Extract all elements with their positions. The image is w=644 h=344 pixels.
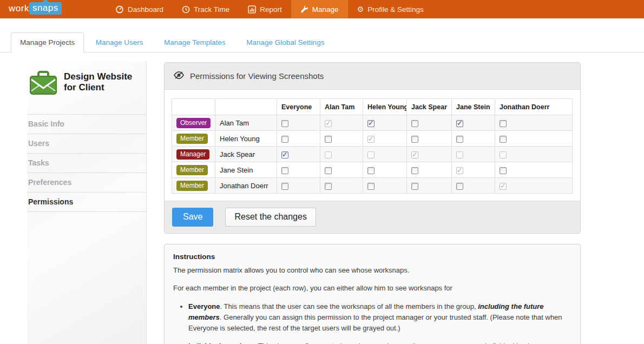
top-navbar: work snaps Dashboard Track Time Report (0, 0, 644, 18)
permission-matrix: Everyone Alan Tam Helen Young Jack Spear… (172, 98, 573, 194)
briefcase-icon (29, 70, 57, 107)
nav-item-label: Report (260, 5, 282, 14)
permission-checkbox[interactable] (500, 120, 507, 127)
permission-checkbox[interactable] (456, 183, 463, 190)
nav-item-profile-settings[interactable]: ⚙ Profile & Settings (348, 0, 433, 18)
permission-checkbox[interactable] (456, 120, 463, 127)
instructions-title: Instructions (173, 252, 571, 263)
permission-checkbox[interactable] (367, 167, 374, 174)
matrix-header-user: Jonathan Doerr (495, 99, 573, 115)
permission-checkbox (367, 136, 374, 143)
nav-item-label: Dashboard (128, 5, 163, 14)
permission-checkbox[interactable] (411, 136, 418, 143)
reset-changes-button[interactable]: Reset the changes (225, 208, 316, 227)
matrix-row: Manager Jack Spear (172, 147, 573, 162)
permission-checkbox (500, 183, 507, 190)
permission-checkbox[interactable] (281, 167, 288, 174)
logo-text-snaps-label: snaps (32, 3, 58, 13)
permission-checkbox[interactable] (500, 136, 507, 143)
member-name: Jonathan Doerr (215, 178, 277, 194)
instructions-bullet-everyone: Everyone. This means that the user can s… (188, 301, 571, 333)
matrix-row: Member Jane Stein (172, 162, 573, 178)
instructions-panel: Instructions The permission matrix allow… (164, 244, 581, 344)
matrix-header-user: Jane Stein (452, 99, 495, 115)
permission-checkbox (500, 151, 507, 158)
permission-checkbox[interactable] (367, 120, 374, 127)
role-badge: Member (176, 181, 208, 191)
sidebar-item-basic-info[interactable]: Basic Info (27, 115, 146, 134)
role-badge: Member (176, 165, 208, 175)
bullet-text: . This gives you finer control on whose … (254, 342, 535, 344)
panel-title: Permissions for Viewing Screenshots (190, 71, 324, 81)
permission-checkbox[interactable] (411, 167, 418, 174)
instructions-list: Everyone. This means that the user can s… (188, 301, 571, 344)
matrix-header-empty (172, 99, 215, 115)
project-sidebar: Design Website for Client Basic Info Use… (27, 61, 147, 344)
permission-checkbox (325, 120, 332, 127)
permission-checkbox[interactable] (325, 167, 332, 174)
permission-checkbox[interactable] (367, 183, 374, 190)
project-header: Design Website for Client (27, 61, 146, 115)
bullet-text: . This means that the user can see the w… (220, 302, 478, 310)
permissions-panel: Permissions for Viewing Screenshots Ever… (164, 62, 581, 234)
matrix-row: Member Jonathan Doerr (172, 178, 573, 194)
instructions-bullet-individual-members: Individual members. This gives you finer… (188, 341, 571, 344)
nav-item-dashboard[interactable]: Dashboard (106, 0, 173, 18)
nav-item-label: Track Time (194, 5, 229, 14)
logo-text-snaps: snaps (29, 2, 62, 15)
nav-item-track-time[interactable]: Track Time (173, 0, 239, 18)
permission-checkbox[interactable] (500, 167, 507, 174)
instructions-paragraph-2: For each member in the project (each row… (173, 283, 571, 294)
panel-header: Permissions for Viewing Screenshots (165, 63, 580, 90)
matrix-header-user: Alan Tam (320, 99, 363, 115)
nav-item-report[interactable]: Report (239, 0, 291, 18)
member-name: Jane Stein (215, 162, 277, 178)
sidebar-item-tasks[interactable]: Tasks (27, 154, 146, 173)
project-title: Design Website for Client (64, 70, 144, 107)
permission-checkbox (456, 167, 463, 174)
dashboard-icon (115, 5, 124, 14)
permission-checkbox[interactable] (411, 120, 418, 127)
matrix-header-everyone: Everyone (277, 99, 320, 115)
permission-checkbox[interactable] (281, 120, 288, 127)
permission-checkbox (456, 151, 463, 158)
tab-manage-global-settings[interactable]: Manage Global Settings (237, 32, 333, 53)
wrench-icon (300, 5, 308, 14)
tab-manage-projects[interactable]: Manage Projects (11, 32, 84, 53)
permission-checkbox (411, 151, 418, 158)
permission-checkbox[interactable] (281, 136, 288, 143)
sidebar-item-permissions[interactable]: Permissions (27, 193, 146, 212)
bullet-term: Everyone (188, 302, 220, 310)
logo-text-work: work (9, 3, 29, 14)
sidebar-item-users[interactable]: Users (27, 134, 146, 154)
permission-checkbox[interactable] (281, 183, 288, 190)
nav-item-label: Profile & Settings (367, 5, 424, 14)
report-chart-icon (248, 5, 256, 14)
permission-checkbox[interactable] (281, 151, 288, 158)
matrix-row: Observer Alan Tam (172, 115, 573, 131)
permission-checkbox[interactable] (411, 183, 418, 190)
role-badge: Observer (176, 118, 211, 128)
tab-manage-templates[interactable]: Manage Templates (155, 32, 235, 53)
save-button[interactable]: Save (172, 208, 213, 227)
panel-footer: Save Reset the changes (165, 201, 580, 233)
sidebar-item-preferences[interactable]: Preferences (27, 173, 146, 193)
worksnaps-logo[interactable]: work snaps (9, 2, 62, 15)
permission-checkbox[interactable] (456, 136, 463, 143)
permission-checkbox[interactable] (325, 183, 332, 190)
permission-checkbox (367, 151, 374, 158)
matrix-header-user: Helen Young (363, 99, 407, 115)
nav-item-manage[interactable]: Manage (291, 0, 348, 18)
role-badge: Manager (176, 149, 209, 160)
matrix-header-row: Everyone Alan Tam Helen Young Jack Spear… (172, 99, 573, 115)
matrix-row: Member Helen Young (172, 131, 573, 147)
permission-checkbox[interactable] (325, 136, 332, 143)
member-name: Helen Young (215, 131, 277, 147)
permission-checkbox (325, 151, 332, 158)
member-name: Alan Tam (215, 115, 277, 131)
instructions-paragraph-1: The permission matrix allows you to cont… (173, 265, 571, 276)
tab-manage-users[interactable]: Manage Users (87, 32, 153, 53)
role-badge: Member (176, 134, 208, 144)
panel-body: Everyone Alan Tam Helen Young Jack Spear… (165, 90, 580, 201)
eye-slash-icon (173, 71, 185, 81)
